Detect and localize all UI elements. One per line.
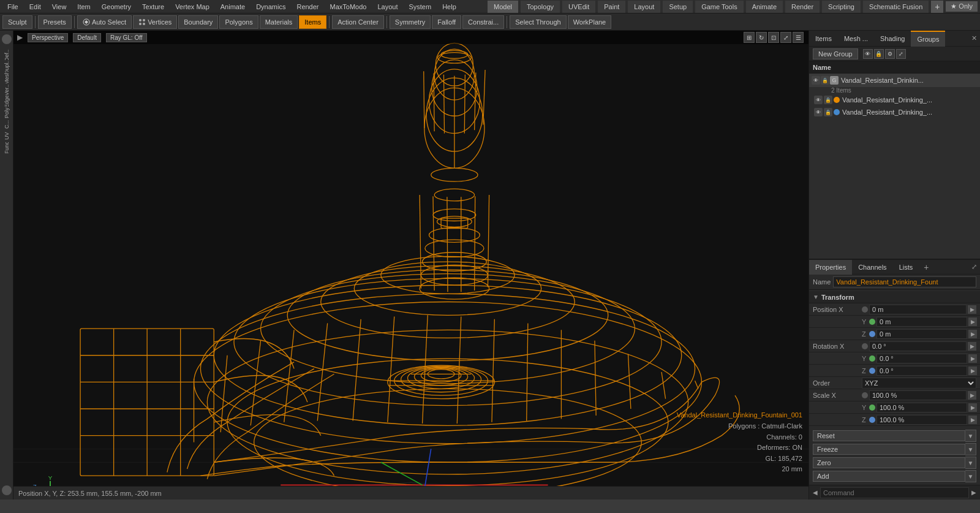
- sidebar-item-func[interactable]: Func: [1, 142, 13, 153]
- transform-header[interactable]: ▼ Transform: [809, 291, 980, 303]
- freeze-button[interactable]: Freeze: [813, 444, 965, 455]
- vp-icon-camera[interactable]: ⊡: [768, 32, 779, 43]
- tab-model[interactable]: Model: [488, 1, 518, 13]
- pos-z-btn[interactable]: ▶: [968, 330, 977, 338]
- menu-system[interactable]: System: [404, 2, 436, 12]
- menu-layout[interactable]: Layout: [372, 2, 402, 12]
- freeze-arrow[interactable]: ▼: [965, 443, 976, 455]
- item1-lock-icon[interactable]: 🔒: [824, 96, 832, 104]
- sidebar-item-mesh[interactable]: Mesh: [1, 72, 13, 83]
- vp-collapse[interactable]: ▶: [17, 33, 23, 42]
- sidebar-circle-bottom[interactable]: [2, 485, 12, 495]
- command-input[interactable]: [820, 487, 969, 498]
- tab-topology[interactable]: Topology: [521, 1, 560, 13]
- only-button[interactable]: ★ Only: [946, 1, 978, 12]
- rot-z-input[interactable]: [876, 366, 967, 376]
- sidebar-item-uv[interactable]: UV: [1, 131, 13, 142]
- viewport-raygl-button[interactable]: Ray GL: Off: [106, 33, 147, 42]
- tab-render[interactable]: Render: [785, 1, 820, 13]
- scale-z-btn[interactable]: ▶: [968, 416, 977, 424]
- pos-x-input[interactable]: [869, 305, 967, 314]
- menu-geometry[interactable]: Geometry: [97, 2, 136, 12]
- viewport-area[interactable]: ▶ Perspective Default Ray GL: Off ⊞ ↻ ⊡ …: [13, 31, 809, 500]
- falloff-button[interactable]: Falloff: [432, 15, 461, 29]
- tab-items[interactable]: Items: [809, 31, 838, 47]
- group-row-main[interactable]: 👁 🔒 G Vandal_Resistant_Drinkin...: [809, 74, 980, 87]
- group-item-2[interactable]: 👁 🔒 Vandal_Resistant_Drinking_...: [809, 106, 980, 118]
- scale-y-btn[interactable]: ▶: [968, 403, 977, 412]
- tab-layout[interactable]: Layout: [628, 1, 660, 13]
- menu-maxtomodo[interactable]: MaxToModo: [325, 2, 372, 12]
- tab-schematic-fusion[interactable]: Schematic Fusion: [863, 1, 929, 13]
- menu-item[interactable]: Item: [72, 2, 95, 12]
- scale-y-input[interactable]: [876, 403, 967, 412]
- sidebar-item-def[interactable]: Def...: [1, 49, 13, 60]
- props-tab-channels[interactable]: Channels: [852, 260, 892, 275]
- tab-scripting[interactable]: Scripting: [822, 1, 861, 13]
- sidebar-item-dupl[interactable]: Dupl...: [1, 61, 13, 72]
- group-icon-expand[interactable]: ⤢: [896, 49, 906, 59]
- menu-view[interactable]: View: [47, 2, 72, 12]
- pos-y-btn[interactable]: ▶: [968, 317, 977, 326]
- rot-y-input[interactable]: [876, 354, 967, 363]
- add-arrow[interactable]: ▼: [965, 470, 976, 482]
- symmetry-button[interactable]: Symmetry: [390, 15, 431, 29]
- scale-z-input[interactable]: [876, 415, 967, 425]
- sidebar-circle-top[interactable]: [2, 34, 12, 44]
- group-eye-icon[interactable]: 👁: [812, 76, 820, 85]
- new-group-button[interactable]: New Group: [813, 48, 858, 59]
- reset-arrow[interactable]: ▼: [965, 430, 976, 442]
- groups-panel-close[interactable]: ✕: [968, 31, 980, 47]
- vp-icon-refresh[interactable]: ↻: [756, 32, 767, 43]
- menu-edit[interactable]: Edit: [24, 2, 46, 12]
- item2-lock-icon[interactable]: 🔒: [824, 108, 832, 116]
- pos-x-btn[interactable]: ▶: [968, 305, 976, 314]
- item1-eye-icon[interactable]: 👁: [814, 96, 823, 104]
- tab-setup[interactable]: Setup: [663, 1, 693, 13]
- action-center-button[interactable]: Action Center: [332, 15, 384, 29]
- group-icon-eye[interactable]: 👁: [863, 49, 873, 59]
- add-mode-button[interactable]: +: [931, 1, 943, 13]
- tab-shading[interactable]: Shading: [874, 31, 911, 47]
- workplane-button[interactable]: WorkPlane: [568, 15, 612, 29]
- cmd-left-arrow[interactable]: ◀: [813, 489, 818, 496]
- tab-mesh[interactable]: Mesh ...: [838, 31, 874, 47]
- scale-x-btn[interactable]: ▶: [968, 391, 976, 400]
- menu-animate[interactable]: Animate: [216, 2, 250, 12]
- tab-paint[interactable]: Paint: [598, 1, 625, 13]
- group-icon-gear[interactable]: ⚙: [885, 49, 895, 59]
- item2-eye-icon[interactable]: 👁: [814, 108, 823, 116]
- presets-button[interactable]: Presets: [38, 15, 72, 29]
- auto-select-button[interactable]: Auto Select: [77, 15, 132, 29]
- constraints-button[interactable]: Constrai...: [462, 15, 504, 29]
- vp-icon-menu[interactable]: ☰: [793, 32, 804, 43]
- rot-x-btn[interactable]: ▶: [968, 342, 976, 351]
- order-select[interactable]: XYZ XZY YXZ YZX ZXY ZYX: [862, 378, 976, 389]
- group-item-1[interactable]: 👁 🔒 Vandal_Resistant_Drinking_...: [809, 94, 980, 106]
- pos-z-input[interactable]: [876, 329, 967, 339]
- group-icon-lock[interactable]: 🔒: [874, 49, 884, 59]
- vp-icon-expand[interactable]: ⤢: [780, 32, 791, 43]
- sidebar-item-poly[interactable]: Poly: [1, 107, 13, 118]
- materials-button[interactable]: Materials: [260, 15, 298, 29]
- tab-groups[interactable]: Groups: [911, 31, 945, 47]
- cmd-right-arrow[interactable]: ▶: [971, 489, 976, 496]
- sidebar-item-edge[interactable]: Edge: [1, 96, 13, 107]
- rot-x-input[interactable]: [869, 341, 967, 351]
- sidebar-item-ver[interactable]: Ver...: [1, 84, 13, 95]
- add-button[interactable]: Add: [813, 471, 965, 482]
- menu-texture[interactable]: Texture: [137, 2, 169, 12]
- tab-game-tools[interactable]: Game Tools: [695, 1, 744, 13]
- zero-arrow[interactable]: ▼: [965, 457, 976, 469]
- polygons-button[interactable]: Polygons: [219, 15, 258, 29]
- menu-render[interactable]: Render: [292, 2, 323, 12]
- menu-dynamics[interactable]: Dynamics: [251, 2, 290, 12]
- scale-x-input[interactable]: [869, 390, 967, 400]
- name-input[interactable]: [833, 276, 976, 287]
- vp-icon-grid[interactable]: ⊞: [744, 32, 755, 43]
- groups-list[interactable]: 👁 🔒 G Vandal_Resistant_Drinkin... 2 Item…: [809, 74, 980, 118]
- menu-file[interactable]: File: [2, 2, 23, 12]
- sidebar-item-c[interactable]: C...: [1, 119, 13, 130]
- vertices-button[interactable]: Vertices: [133, 15, 177, 29]
- zero-button[interactable]: Zero: [813, 457, 965, 468]
